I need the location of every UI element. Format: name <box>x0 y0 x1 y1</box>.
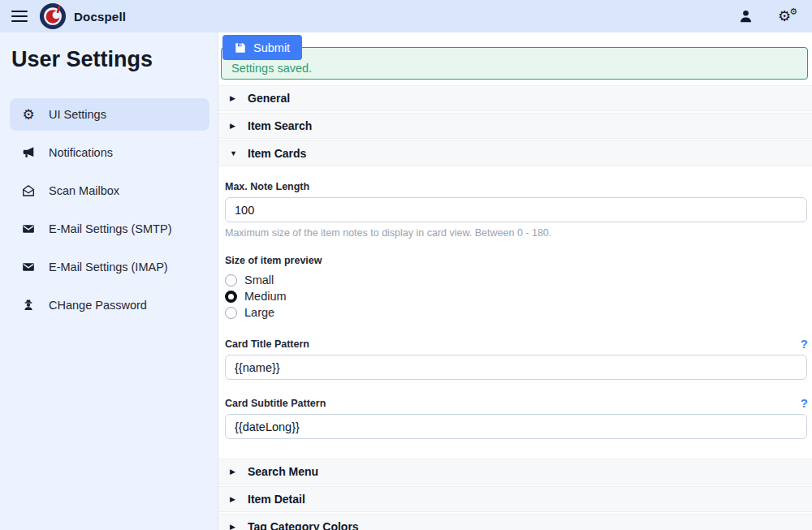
sidebar-item-notifications[interactable]: Notifications <box>10 136 209 169</box>
settings-accordion-bottom: ▶ Search Menu ▶ Item Detail ▶ Tag Catego… <box>218 459 812 530</box>
preview-size-label: Size of item preview <box>225 255 808 266</box>
radio-small-circle[interactable] <box>225 274 237 287</box>
success-alert: Settings saved. <box>221 47 808 80</box>
section-item-search[interactable]: ▶ Item Search <box>218 113 812 139</box>
app-title: Docspell <box>74 10 126 24</box>
section-tag-category-colors[interactable]: ▶ Tag Category Colors <box>218 514 812 530</box>
radio-large[interactable]: Large <box>225 304 808 321</box>
docspell-logo <box>39 2 67 30</box>
settings-accordion-top: ▶ General ▶ Item Search ▼ Item Cards <box>218 85 812 166</box>
submit-button[interactable]: Submit <box>222 35 302 60</box>
envelope-icon <box>20 260 37 274</box>
sidebar-item-label: Scan Mailbox <box>49 184 119 197</box>
envelope-icon <box>20 222 37 236</box>
item-cards-form: Max. Note Length Maximum size of the ite… <box>218 181 812 439</box>
sidebar-item-change-password[interactable]: CHange Password <box>10 289 209 321</box>
cogs-icon: ⚙ ⚙ <box>778 7 797 25</box>
sidebar-item-label: E-Mail Settings (IMAP) <box>49 261 168 274</box>
caret-right-icon: ▶ <box>230 523 248 530</box>
caret-right-icon: ▶ <box>230 94 248 102</box>
settings-button[interactable]: ⚙ ⚙ <box>778 7 797 25</box>
top-navbar: Docspell ⚙ ⚙ <box>0 0 812 32</box>
help-icon[interactable]: ? <box>801 338 808 350</box>
max-note-length-hint: Maximum size of the item notes to displa… <box>225 227 808 239</box>
card-title-pattern-input[interactable] <box>225 355 807 380</box>
section-item-cards[interactable]: ▼ Item Cards <box>218 140 812 166</box>
radio-small[interactable]: Small <box>225 272 808 288</box>
caret-right-icon: ▶ <box>230 468 248 476</box>
section-general[interactable]: ▶ General <box>218 85 812 111</box>
card-title-pattern-label: Card Title Pattern <box>225 338 309 350</box>
sidebar-item-label: E-Mail Settings (SMTP) <box>49 222 171 235</box>
sidebar-item-email-imap[interactable]: E-Mail Settings (IMAP) <box>10 251 209 283</box>
user-account-button[interactable] <box>738 8 754 24</box>
success-alert-text: Settings saved. <box>231 62 312 75</box>
sidebar-item-ui-settings[interactable]: ⚙ UI Settings <box>10 98 209 131</box>
envelope-open-icon <box>20 183 37 198</box>
help-icon[interactable]: ? <box>801 397 808 409</box>
section-item-detail[interactable]: ▶ Item Detail <box>218 486 812 512</box>
megaphone-icon <box>20 145 37 160</box>
settings-content: Submit Settings saved. ▶ General ▶ Item … <box>218 32 812 530</box>
sidebar-item-email-smtp[interactable]: E-Mail Settings (SMTP) <box>10 213 209 245</box>
page-title: User Settings <box>11 47 209 72</box>
sidebar-item-label: Notifications <box>49 146 113 159</box>
preview-size-radio-group: Small Medium Large <box>225 272 808 321</box>
save-icon <box>235 42 246 54</box>
sidebar-item-label: CHange Password <box>49 299 147 312</box>
radio-medium-circle[interactable] <box>225 291 237 303</box>
sidebar-item-scan-mailbox[interactable]: Scan Mailbox <box>10 175 209 207</box>
menu-icon[interactable] <box>11 11 28 23</box>
max-note-length-label: Max. Note Length <box>225 181 808 192</box>
section-search-menu[interactable]: ▶ Search Menu <box>218 459 812 485</box>
user-secret-icon <box>20 298 37 312</box>
radio-medium[interactable]: Medium <box>225 288 808 304</box>
max-note-length-input[interactable] <box>225 197 807 222</box>
caret-right-icon: ▶ <box>230 495 248 503</box>
caret-down-icon: ▼ <box>230 149 248 157</box>
radio-large-circle[interactable] <box>225 307 237 319</box>
card-subtitle-pattern-label: Card Subtitle Pattern <box>225 398 326 409</box>
card-subtitle-pattern-input[interactable] <box>225 414 807 439</box>
user-icon <box>738 8 754 24</box>
sidebar-item-label: UI Settings <box>49 108 106 121</box>
gear-icon: ⚙ <box>20 108 37 122</box>
caret-right-icon: ▶ <box>230 122 248 130</box>
settings-sidebar: User Settings ⚙ UI Settings Notification… <box>0 32 218 530</box>
